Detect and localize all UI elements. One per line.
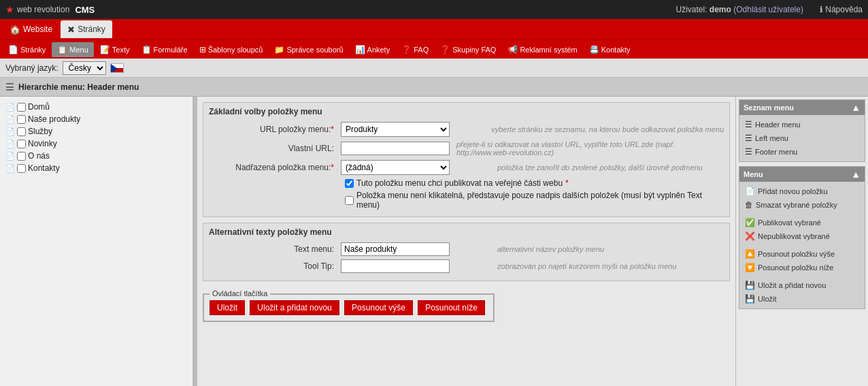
nadrazena-hint: položka lze zanořit do zvolené položky, … — [497, 163, 703, 172]
sec-tab-stranky[interactable]: 📄 Stránky — [3, 42, 51, 57]
stranky-icon: ✖ — [67, 25, 75, 35]
tree-item-kontakty-icon: 📄 — [5, 164, 15, 173]
sec-tab-kontakty[interactable]: 📇 Kontakty — [584, 42, 636, 57]
tree-item-kontakty-checkbox[interactable] — [17, 164, 26, 173]
tree-item-nase-produkty-icon: 📄 — [5, 115, 15, 124]
url-select[interactable]: Produkty — [341, 122, 450, 137]
publish-checkbox[interactable] — [345, 179, 354, 188]
vlastni-url-control — [341, 142, 450, 155]
url-control: Produkty — [341, 122, 484, 137]
text-menu-input[interactable] — [341, 242, 450, 256]
tooltip-input[interactable] — [341, 259, 450, 273]
tree-item-novinky[interactable]: 📄 Novinky — [3, 138, 194, 150]
nadrazena-select[interactable]: (žádná) — [341, 160, 450, 175]
sidebar-item-ulozit[interactable]: 💾 Uložit — [742, 292, 862, 306]
sec-tab-formulare[interactable]: 📋 Formuláře — [136, 42, 193, 57]
sidebar-item-left-menu[interactable]: ☰ Left menu — [742, 131, 862, 145]
nepublikovat-vybrane-icon: ❌ — [745, 231, 755, 241]
tree-item-domu[interactable]: 📄 Domů — [3, 101, 194, 113]
brand-name-text: web revolution — [17, 5, 69, 14]
form-section-alt-text: Alternativní texty položky menu Text men… — [203, 223, 730, 281]
sec-tab-reklamni[interactable]: 📢 Reklamní systém — [502, 42, 582, 57]
spravce-sec-icon: 📁 — [274, 45, 284, 54]
header-menu-icon: ☰ — [745, 120, 752, 129]
nav-tab-stranky[interactable]: ✖ Stránky — [61, 20, 112, 38]
sec-tab-texty[interactable]: 📝 Texty — [95, 42, 135, 57]
nepublikovat-vybrane-label: Nepublikovat vybrané — [758, 232, 830, 240]
sec-tab-faq[interactable]: ❓ FAQ — [396, 42, 434, 57]
tree-item-domu-checkbox[interactable] — [17, 103, 26, 112]
tree-item-kontakty[interactable]: 📄 Kontakty — [3, 162, 194, 174]
tree-item-sluzby-checkbox[interactable] — [17, 127, 26, 136]
menu-panel-title: Menu — [744, 170, 763, 178]
sidebar-item-publikovat-vybrane[interactable]: ✅ Publikovat vybrané — [742, 216, 862, 229]
btn-posunout-nize[interactable]: Posunout níže — [418, 300, 485, 315]
sec-tab-spravce-label: Správce souborů — [286, 46, 343, 54]
kontakty-sec-icon: 📇 — [589, 45, 599, 54]
publikovat-vybrane-icon: ✅ — [745, 218, 755, 227]
btn-ulozit[interactable]: Uložit — [210, 300, 245, 315]
tooltip-label: Tool Tip: — [209, 261, 338, 271]
breadcrumb: ☰ Hierarchie menu: Header menu — [0, 78, 868, 97]
tree-item-nase-produkty-checkbox[interactable] — [17, 115, 26, 124]
czech-flag-icon — [110, 63, 124, 73]
tree-item-sluzby-icon: 📄 — [5, 127, 15, 136]
sec-tab-faq-label: FAQ — [414, 46, 429, 54]
tree-item-o-nas-checkbox[interactable] — [17, 152, 26, 161]
nadrazena-label: Nadřazená položka menu:* — [209, 163, 338, 172]
btn-ulozit-pridat[interactable]: Uložit a přidat novou — [250, 300, 339, 315]
nadrazena-control: (žádná) — [341, 160, 490, 175]
posunout-polozku-nize-label: Posunout položku níže — [758, 263, 833, 272]
sidebar-item-header-menu[interactable]: ☰ Header menu — [742, 118, 862, 131]
stranky-sec-icon: 📄 — [8, 45, 18, 54]
sec-tab-sablony[interactable]: ⊞ Šablony sloupců — [194, 42, 269, 57]
pridat-novou-label: Přidat novou položku — [758, 187, 828, 195]
publish-required: * — [565, 178, 569, 188]
sidebar-item-ulozit-pridat-novou[interactable]: 💾 Uložit a přidat novou — [742, 278, 862, 292]
posunout-polozku-nize-icon: 🔽 — [745, 263, 755, 272]
btn-posunout-vyse[interactable]: Posunout výše — [344, 300, 413, 315]
help-button[interactable]: ℹ Nápověda — [820, 5, 863, 14]
sidebar-item-posunout-polozku-vyse[interactable]: 🔼 Posunout položku výše — [742, 247, 862, 261]
nonclickable-checkbox[interactable] — [345, 196, 354, 205]
left-tree: 📄 Domů 📄 Naše produkty 📄 Služby 📄 Novink… — [0, 97, 197, 386]
tree-resize-handle[interactable] — [193, 97, 197, 386]
brand-logo-icon: ★ — [5, 4, 14, 15]
sidebar-item-pridat-novou[interactable]: 📄 Přidat novou položku — [742, 184, 862, 198]
sidebar-item-nepublikovat-vybrane[interactable]: ❌ Nepublikovat vybrané — [742, 229, 862, 243]
tree-item-novinky-checkbox[interactable] — [17, 140, 26, 148]
sidebar-item-smazat-vybrane[interactable]: 🗑 Smazat vybrané položky — [742, 198, 862, 212]
tree-item-nase-produkty[interactable]: 📄 Naše produkty — [3, 113, 194, 125]
sec-tab-reklamni-label: Reklamní systém — [520, 46, 577, 54]
form-row-text-menu: Text menu: alternativní název položky me… — [209, 242, 724, 256]
posunout-polozku-vyse-label: Posunout položku výše — [758, 250, 835, 258]
seznam-menu-collapse-btn[interactable]: ▲ — [851, 102, 861, 113]
vlastni-url-label: Vlastní URL: — [209, 144, 338, 153]
lang-select[interactable]: Česky — [63, 61, 106, 75]
sidebar-panel-seznam-menu: Seznam menu ▲ ☰ Header menu ☰ Left menu … — [739, 99, 865, 162]
sec-tab-menu[interactable]: 📋 Menu — [52, 42, 94, 57]
sec-tab-stranky-label: Stránky — [20, 46, 46, 54]
vlastni-url-input[interactable] — [341, 142, 450, 155]
tree-item-kontakty-label: Kontakty — [28, 163, 60, 173]
tree-item-o-nas[interactable]: 📄 O nás — [3, 150, 194, 162]
footer-menu-label: Footer menu — [755, 148, 797, 156]
sec-tab-skupiny-faq[interactable]: ❓ Skupiny FAQ — [435, 42, 501, 57]
tree-item-nase-produkty-label: Naše produkty — [28, 114, 80, 124]
help-icon: ℹ — [820, 5, 823, 14]
logout-link[interactable]: (Odhlásit uživatele) — [733, 5, 803, 14]
form-row-nadrazena: Nadřazená položka menu:* (žádná) položka… — [209, 160, 724, 175]
tree-item-sluzby[interactable]: 📄 Služby — [3, 125, 194, 138]
menu-panel-collapse-btn[interactable]: ▲ — [851, 169, 861, 180]
nav-tab-website[interactable]: 🏠 Website — [3, 20, 59, 38]
sidebar-item-footer-menu[interactable]: ☰ Footer menu — [742, 145, 862, 159]
sec-tab-ankety[interactable]: 📊 Ankety — [350, 42, 396, 57]
sablony-sec-icon: ⊞ — [199, 45, 206, 54]
smazat-vybrane-icon: 🗑 — [745, 200, 753, 210]
tree-item-o-nas-label: O nás — [28, 151, 50, 161]
buttons-container: Ovládací tlačítka Uložit Uložit a přidat… — [203, 287, 730, 325]
sec-tab-spravce[interactable]: 📁 Správce souborů — [269, 42, 348, 57]
ankety-sec-icon: 📊 — [355, 45, 365, 54]
sidebar-item-posunout-polozku-nize[interactable]: 🔽 Posunout položku níže — [742, 261, 862, 274]
nav-tab-website-label: Website — [23, 25, 52, 34]
